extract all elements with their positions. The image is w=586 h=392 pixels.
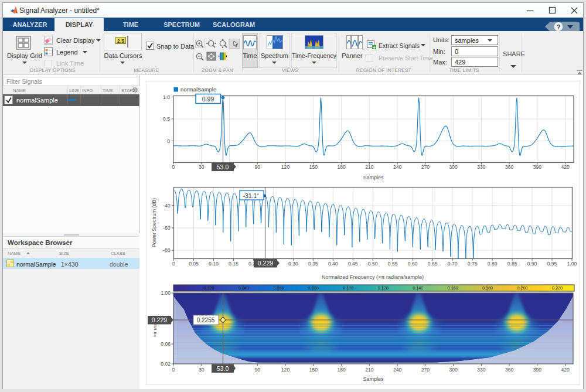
svg-text:0.06: 0.06 — [161, 341, 171, 347]
svg-text:0.160: 0.160 — [448, 285, 458, 291]
svg-text:0.180: 0.180 — [482, 285, 493, 291]
svg-text:120: 120 — [281, 367, 290, 373]
svg-text:30: 30 — [199, 367, 205, 373]
svg-text:360: 360 — [505, 367, 514, 373]
svg-text:0: 0 — [172, 367, 175, 373]
svg-text:1.00: 1.00 — [161, 290, 171, 296]
svg-text:240: 240 — [393, 367, 402, 373]
svg-text:180: 180 — [337, 367, 346, 373]
svg-text:53.0: 53.0 — [217, 365, 229, 372]
svg-text:270: 270 — [421, 367, 430, 373]
svg-text:0.220: 0.220 — [552, 285, 563, 291]
svg-text:0.020: 0.020 — [204, 285, 214, 291]
svg-text:150: 150 — [309, 367, 318, 373]
svg-text:0.100: 0.100 — [343, 285, 353, 291]
svg-text:0.120: 0.120 — [378, 285, 389, 291]
svg-text:0.140: 0.140 — [413, 285, 423, 291]
svg-text:0.2255: 0.2255 — [197, 317, 215, 323]
svg-text:0.200: 0.200 — [517, 285, 528, 291]
svg-text:0.040: 0.040 — [239, 285, 249, 291]
svg-text:0.02: 0.02 — [161, 361, 171, 367]
svg-text:0.080: 0.080 — [308, 285, 319, 291]
svg-text:390: 390 — [533, 367, 542, 373]
svg-text:0.060: 0.060 — [273, 285, 284, 291]
svg-text:Samples: Samples — [363, 376, 384, 382]
svg-text:420: 420 — [561, 367, 570, 373]
svg-text:90: 90 — [255, 367, 261, 373]
svg-text:210: 210 — [365, 367, 374, 373]
svg-text:0.229: 0.229 — [152, 316, 167, 323]
svg-text:300: 300 — [449, 367, 458, 373]
svg-text:330: 330 — [477, 367, 486, 373]
